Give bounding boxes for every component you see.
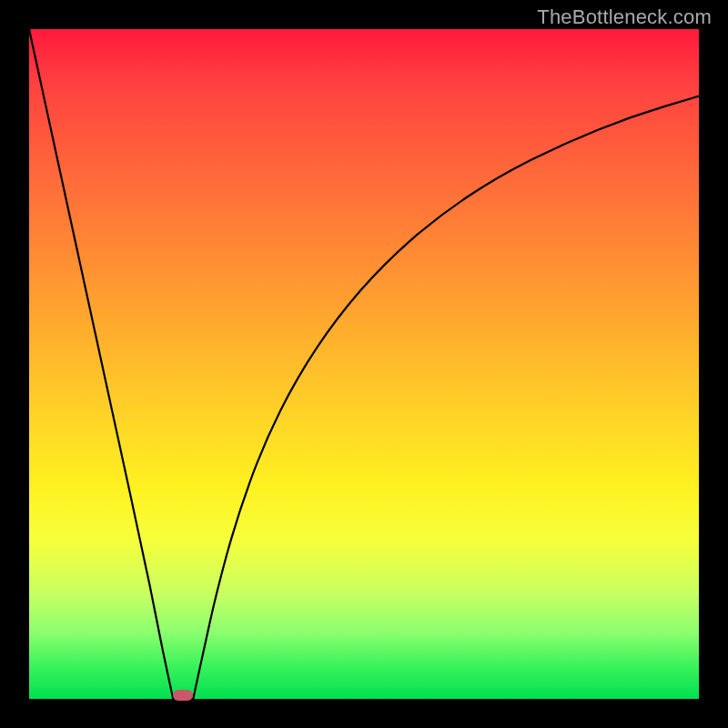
bottleneck-curve [29,29,699,699]
chart-frame: TheBottleneck.com [0,0,728,728]
curve-svg [29,29,699,699]
optimal-marker [173,690,193,701]
plot-area [29,29,699,699]
watermark-text: TheBottleneck.com [537,5,712,29]
